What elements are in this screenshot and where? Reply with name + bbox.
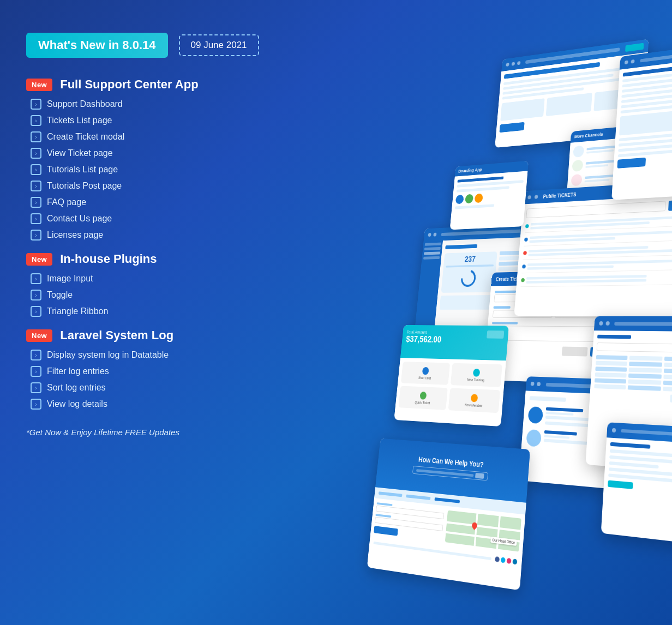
chevron-icon: › [31,99,41,110]
plugins-items-list: › Image Input › Toggle › Triangle Ribbon [31,271,288,320]
header-row: What's New in 8.0.14 09 June 2021 [26,33,288,58]
section-title-support: Full Support Center App [60,77,198,92]
support-items-list: › Support Dashboard › Tickets List page … [31,96,288,243]
item-label: View Ticket page [47,148,113,158]
item-label: Contact Us page [47,214,112,224]
list-item: › Filter log entries [31,363,288,380]
screenshots-decoration: More Channels [319,21,672,625]
date-badge: 09 June 2021 [179,34,259,56]
list-item: › Licenses page [31,227,288,243]
section-header-support: New Full Support Center App [26,77,288,92]
list-item: › View log details [31,396,288,412]
screen-contact-us: How Can We Help You? [367,438,530,591]
item-label: Tutorials Post page [47,181,122,191]
version-badge: What's New in 8.0.14 [26,33,168,58]
item-label: Display system log in Datatable [47,350,169,360]
section-title-plugins: In-house Plugins [60,252,157,266]
section-support-center: New Full Support Center App › Support Da… [26,77,288,243]
item-label: View log details [47,399,107,409]
section-laravel-log: New Laravel System Log › Display system … [26,328,288,412]
chevron-icon: › [31,213,41,224]
item-label: Sort log entries [47,383,106,393]
list-item: › Image Input [31,271,288,287]
chevron-icon: › [31,131,41,142]
list-item: › Support Dashboard [31,96,288,112]
list-item: › Sort log entries [31,380,288,396]
section-title-log: Laravel System Log [60,328,173,342]
screen-boarding: Boarding App [450,161,529,230]
item-label: Image Input [47,274,93,284]
section-plugins: New In-house Plugins › Image Input › Tog… [26,252,288,320]
list-item: › Create Ticket modal [31,129,288,145]
screen-manage-app: Total Amount $37,562.00 Start Chat New T… [394,325,509,426]
chevron-icon: › [31,164,41,175]
chevron-icon: › [31,197,41,208]
list-item: › FAQ page [31,194,288,211]
chevron-icon: › [31,366,41,377]
chevron-icon: › [31,306,41,317]
list-item: › Tickets List page [31,112,288,129]
item-label: Toggle [47,290,73,300]
item-label: Tutorials List page [47,165,118,175]
chevron-icon: › [31,115,41,126]
chevron-icon: › [31,290,41,301]
list-item: › Triangle Ribbon [31,303,288,320]
chevron-icon: › [31,382,41,393]
content-panel: What's New in 8.0.14 09 June 2021 New Fu… [26,33,288,437]
item-label: FAQ page [47,197,86,207]
list-item: › Toggle [31,287,288,303]
list-item: › Display system log in Datatable [31,347,288,363]
log-items-list: › Display system log in Datatable › Filt… [31,347,288,412]
chevron-icon: › [31,399,41,410]
screen-tickets-list: Public TICKETS [514,179,672,316]
item-label: Filter log entries [47,366,109,376]
item-label: Triangle Ribbon [47,307,108,316]
chevron-icon: › [31,181,41,191]
new-badge-support: New [26,79,52,91]
item-label: Support Dashboard [47,99,123,109]
new-badge-log: New [26,329,52,342]
list-item: › Contact Us page [31,211,288,227]
section-header-log: New Laravel System Log [26,328,288,342]
new-badge-plugins: New [26,253,52,266]
item-label: Tickets List page [47,116,112,125]
item-label: Licenses page [47,230,103,240]
list-item-tutorials-list: › Tutorials List page [31,161,288,178]
screen-tutorial-article [611,43,672,200]
list-item: › Tutorials Post page [31,178,288,194]
section-header-plugins: New In-house Plugins [26,252,288,266]
list-item: › View Ticket page [31,145,288,161]
chevron-icon: › [31,148,41,159]
chevron-icon: › [31,350,41,360]
item-label: Create Ticket modal [47,132,124,142]
footer-note: *Get Now & Enjoy Lifetime FREE Updates [26,428,288,437]
screen-licenses [601,422,672,544]
chevron-icon: › [31,273,41,284]
chevron-icon: › [31,230,41,241]
